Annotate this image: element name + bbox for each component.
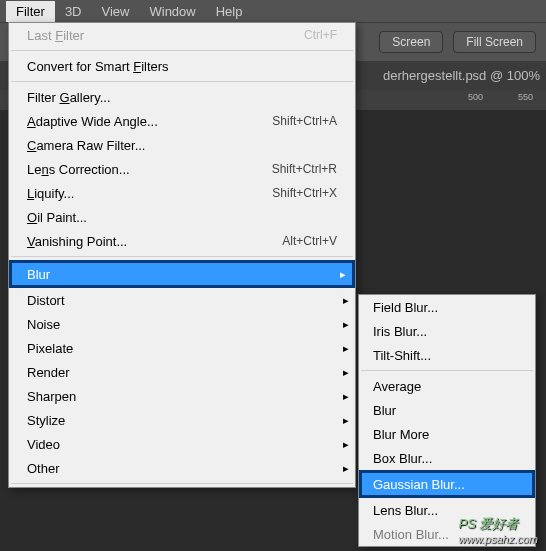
menuitem-label: Stylize [27,413,337,428]
menuitem-shortcut: Shift+Ctrl+X [272,186,337,200]
menuitem-tilt-shift[interactable]: Tilt-Shift... [359,343,535,367]
menuitem-label: Field Blur... [373,300,521,315]
ruler-tick: 500 [468,92,483,102]
menuitem-blur-more[interactable]: Blur More [359,422,535,446]
menuitem-box-blur[interactable]: Box Blur... [359,446,535,470]
menuitem-blur[interactable]: Blur [9,260,355,288]
watermark-logo: PS 爱好者 [459,516,519,531]
menuitem-filter-gallery[interactable]: Filter Gallery... [9,85,355,109]
menuitem-render[interactable]: Render [9,360,355,384]
menu-filter[interactable]: Filter [6,1,55,22]
menuitem-label: Camera Raw Filter... [27,138,337,153]
menu-view[interactable]: View [92,1,140,22]
menuitem-label: Vanishing Point... [27,234,282,249]
menuitem-lens-correction[interactable]: Lens Correction... Shift+Ctrl+R [9,157,355,181]
menuitem-label: Lens Correction... [27,162,272,177]
menuitem-oil-paint[interactable]: Oil Paint... [9,205,355,229]
menuitem-label: Render [27,365,337,380]
fill-screen-button[interactable]: Fill Screen [453,31,536,53]
menuitem-shortcut: Ctrl+F [304,28,337,42]
separator [11,81,353,82]
menuitem-adaptive-wide-angle[interactable]: Adaptive Wide Angle... Shift+Ctrl+A [9,109,355,133]
ruler-tick: 550 [518,92,533,102]
menuitem-label: Pixelate [27,341,337,356]
menuitem-shortcut: Alt+Ctrl+V [282,234,337,248]
menuitem-label: Blur [27,267,337,282]
menuitem-label: Box Blur... [373,451,521,466]
menubar: Filter 3D View Window Help [0,0,546,22]
menuitem-field-blur[interactable]: Field Blur... [359,295,535,319]
menuitem-label: Blur More [373,427,521,442]
menuitem-vanishing-point[interactable]: Vanishing Point... Alt+Ctrl+V [9,229,355,253]
menuitem-shortcut: Shift+Ctrl+R [272,162,337,176]
separator [361,370,533,371]
menuitem-label: Adaptive Wide Angle... [27,114,272,129]
menuitem-label: Oil Paint... [27,210,337,225]
menuitem-label: Average [373,379,521,394]
menuitem-label: Last Filter [27,28,304,43]
menuitem-label: Filter Gallery... [27,90,337,105]
menuitem-sharpen[interactable]: Sharpen [9,384,355,408]
menuitem-distort[interactable]: Distort [9,288,355,312]
menuitem-pixelate[interactable]: Pixelate [9,336,355,360]
menuitem-stylize[interactable]: Stylize [9,408,355,432]
menuitem-label: Video [27,437,337,452]
menuitem-label: Sharpen [27,389,337,404]
menuitem-label: Iris Blur... [373,324,521,339]
menuitem-label: Liquify... [27,186,272,201]
blur-submenu: Field Blur... Iris Blur... Tilt-Shift...… [358,294,536,547]
menuitem-label: Tilt-Shift... [373,348,521,363]
menuitem-noise[interactable]: Noise [9,312,355,336]
separator [11,256,353,257]
menuitem-shortcut: Shift+Ctrl+A [272,114,337,128]
menuitem-label: Distort [27,293,337,308]
menuitem-convert-smart[interactable]: Convert for Smart Filters [9,54,355,78]
menuitem-blur[interactable]: Blur [359,398,535,422]
menuitem-average[interactable]: Average [359,374,535,398]
watermark-url: www.psahz.com [459,533,538,545]
menuitem-gaussian-blur[interactable]: Gaussian Blur... [359,470,535,498]
menuitem-label: Noise [27,317,337,332]
menuitem-camera-raw[interactable]: Camera Raw Filter... [9,133,355,157]
menuitem-label: Gaussian Blur... [373,477,521,492]
menuitem-video[interactable]: Video [9,432,355,456]
menu-3d[interactable]: 3D [55,1,92,22]
menuitem-other[interactable]: Other [9,456,355,480]
menuitem-iris-blur[interactable]: Iris Blur... [359,319,535,343]
menuitem-label: Other [27,461,337,476]
filter-dropdown: Last Filter Ctrl+F Convert for Smart Fil… [8,22,356,488]
separator [11,483,353,484]
menu-help[interactable]: Help [206,1,253,22]
menuitem-label: Convert for Smart Filters [27,59,337,74]
separator [11,50,353,51]
menuitem-liquify[interactable]: Liquify... Shift+Ctrl+X [9,181,355,205]
menuitem-label: Blur [373,403,521,418]
watermark: PS 爱好者 www.psahz.com [459,515,538,545]
screen-button[interactable]: Screen [379,31,443,53]
menu-window[interactable]: Window [139,1,205,22]
menuitem-last-filter: Last Filter Ctrl+F [9,23,355,47]
